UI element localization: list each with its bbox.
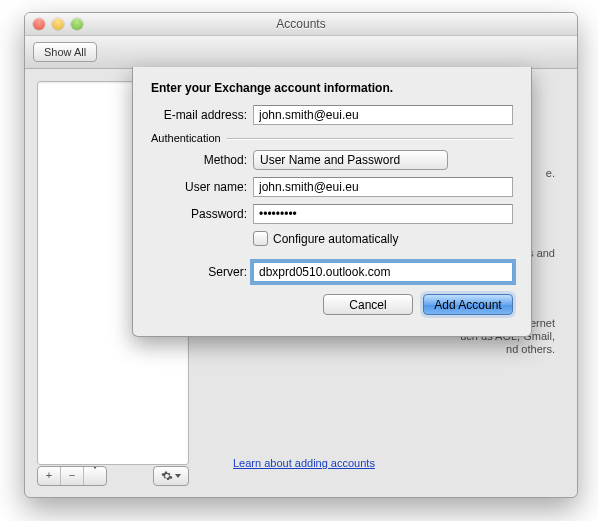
remove-account-button[interactable]: −	[60, 467, 83, 485]
password-field[interactable]	[253, 204, 513, 224]
traffic-lights	[33, 18, 83, 30]
close-window-button[interactable]	[33, 18, 45, 30]
username-field[interactable]	[253, 177, 513, 197]
password-label: Password:	[151, 207, 253, 221]
add-account-sheet: Enter your Exchange account information.…	[132, 67, 532, 337]
window-title: Accounts	[25, 17, 577, 31]
method-select[interactable]: User Name and Password	[253, 150, 448, 170]
chevron-down-icon	[92, 466, 98, 481]
sidebar-action-menu[interactable]	[153, 466, 189, 486]
configure-auto-checkbox[interactable]	[253, 231, 268, 246]
titlebar[interactable]: Accounts	[25, 13, 577, 36]
bg-text-3c: nd others.	[506, 343, 555, 355]
server-label: Server:	[151, 265, 253, 279]
zoom-window-button[interactable]	[71, 18, 83, 30]
server-field[interactable]	[253, 262, 513, 282]
bg-text-1: e.	[546, 167, 555, 179]
cancel-button[interactable]: Cancel	[323, 294, 413, 315]
gear-icon	[161, 470, 173, 482]
method-label: Method:	[151, 153, 253, 167]
show-all-button[interactable]: Show All	[33, 42, 97, 62]
add-account-button[interactable]: +	[38, 467, 60, 485]
minimize-window-button[interactable]	[52, 18, 64, 30]
configure-auto-label: Configure automatically	[273, 232, 398, 246]
email-field[interactable]	[253, 105, 513, 125]
sidebar-footer: + −	[37, 465, 189, 486]
toolbar: Show All	[25, 36, 577, 69]
divider	[227, 138, 513, 139]
sheet-title: Enter your Exchange account information.	[151, 81, 513, 95]
add-account-confirm-button[interactable]: Add Account	[423, 294, 513, 315]
sidebar-add-remove: + −	[37, 466, 107, 486]
username-label: User name:	[151, 180, 253, 194]
email-label: E-mail address:	[151, 108, 253, 122]
sidebar-arrow-button[interactable]	[83, 467, 106, 485]
chevron-down-icon	[175, 474, 181, 478]
learn-link[interactable]: Learn about adding accounts	[233, 457, 375, 469]
auth-section-label: Authentication	[151, 132, 227, 144]
